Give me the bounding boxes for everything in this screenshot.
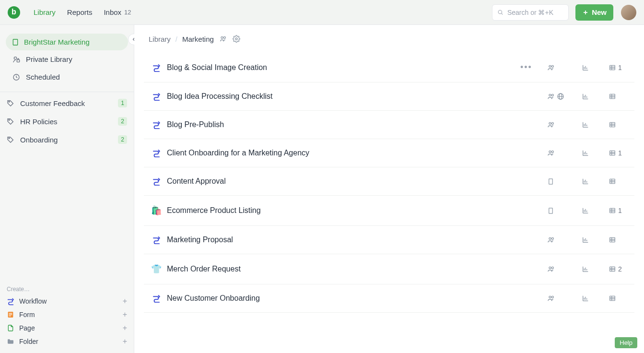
reports-slot[interactable] [582, 177, 596, 185]
form-icon [7, 311, 14, 318]
runs-slot[interactable] [609, 294, 631, 302]
svg-point-50 [551, 122, 553, 124]
group-icon[interactable] [547, 265, 555, 273]
reports-slot[interactable] [582, 207, 596, 214]
app-logo[interactable]: b [8, 6, 20, 19]
search-input[interactable] [507, 9, 563, 16]
row-trail [520, 294, 631, 302]
list-row[interactable]: 👕Merch Order Request2 [144, 254, 634, 284]
group-icon[interactable] [547, 236, 555, 244]
svg-rect-110 [610, 237, 615, 242]
reports-slot[interactable] [582, 93, 596, 100]
more-menu[interactable]: ••• [520, 62, 532, 72]
list-row[interactable]: Blog Idea Processing Checklist [144, 82, 634, 111]
runs-slot[interactable]: 1 [609, 64, 631, 71]
help-button[interactable]: Help [615, 337, 637, 348]
svg-line-1 [502, 13, 503, 14]
reports-slot[interactable] [582, 294, 596, 302]
bags-icon: 🛍️ [148, 205, 165, 216]
svg-rect-83 [610, 179, 615, 183]
create-item-label: Page [19, 324, 35, 332]
share-slot [547, 178, 569, 185]
svg-point-36 [551, 94, 553, 96]
runs-slot[interactable]: 1 [609, 149, 631, 157]
search-icon [497, 9, 503, 16]
sidebar-tag[interactable]: HR Policies2 [0, 112, 134, 130]
search-input-wrapper[interactable] [492, 4, 569, 21]
nav-inbox[interactable]: Inbox 12 [104, 8, 131, 16]
reports-slot[interactable] [582, 236, 596, 244]
org-pill[interactable]: BrightStar Marketing [6, 34, 128, 50]
svg-point-0 [498, 10, 502, 13]
reports-slot[interactable] [582, 149, 596, 157]
row-title: Marketing Proposal [165, 235, 520, 244]
sidebar-tag-count: 2 [118, 135, 127, 144]
list-row[interactable]: Blog Pre-Publish [144, 111, 634, 139]
reports-slot[interactable] [582, 265, 596, 273]
breadcrumb-root[interactable]: Library [149, 35, 171, 43]
sidebar-tag[interactable]: Onboarding2 [0, 130, 134, 149]
list-row[interactable]: Client Onboarding for a Marketing Agency… [144, 139, 634, 167]
sidebar-scheduled[interactable]: Scheduled [6, 68, 128, 86]
list-row[interactable]: Content Approval [144, 167, 634, 196]
svg-point-35 [549, 94, 551, 96]
plus-icon: + [123, 324, 127, 332]
list-row[interactable]: 🛍️Ecommerce Product Listing1 [144, 196, 634, 226]
avatar[interactable] [621, 5, 636, 20]
runs-slot[interactable] [609, 93, 631, 100]
workflow-list: Blog & Social Image Creation•••1Blog Ide… [134, 48, 644, 332]
share-slot [547, 265, 569, 273]
runs-slot[interactable] [609, 177, 631, 185]
svg-point-16 [9, 138, 10, 139]
sidebar-tag[interactable]: Customer Feedback1 [0, 94, 134, 112]
workflow-icon [148, 120, 165, 129]
nav-reports[interactable]: Reports [67, 8, 93, 16]
group-icon[interactable] [547, 93, 555, 100]
gear-icon[interactable] [232, 35, 241, 43]
reports-slot[interactable] [582, 64, 596, 71]
sidebar-private-library[interactable]: Private Library [6, 50, 128, 68]
reports-slot[interactable] [582, 121, 596, 129]
create-form[interactable]: Form+ [6, 308, 128, 321]
svg-rect-19 [9, 314, 12, 315]
group-icon[interactable] [547, 121, 555, 129]
svg-rect-99 [610, 208, 615, 212]
globe-icon[interactable] [557, 93, 564, 100]
runs-slot[interactable]: 1 [609, 207, 631, 214]
runs-slot[interactable] [609, 121, 631, 129]
svg-rect-71 [549, 178, 553, 184]
runs-slot[interactable]: 2 [609, 265, 631, 273]
row-title: Blog Idea Processing Checklist [165, 92, 520, 101]
tag-icon [7, 136, 14, 143]
share-slot [547, 294, 569, 302]
group-icon[interactable] [547, 294, 555, 302]
breadcrumb-current[interactable]: Marketing [182, 35, 214, 43]
row-trail [520, 93, 631, 100]
list-row[interactable]: New Customer Onboarding [144, 284, 634, 313]
list-row[interactable]: Marketing Proposal [144, 226, 634, 254]
private-library-label: Private Library [26, 55, 72, 63]
new-button[interactable]: New [575, 4, 613, 21]
create-workflow[interactable]: Workflow+ [6, 294, 128, 308]
nav-library[interactable]: Library [34, 8, 56, 16]
building-icon[interactable] [547, 207, 554, 214]
create-page[interactable]: Page+ [6, 321, 128, 335]
plus-icon: + [123, 297, 127, 306]
svg-rect-67 [610, 151, 615, 155]
building-icon[interactable] [547, 178, 554, 185]
group-icon[interactable] [547, 149, 555, 157]
list-row[interactable]: Blog & Social Image Creation•••1 [144, 53, 634, 82]
group-icon[interactable] [547, 64, 555, 71]
row-title: Ecommerce Product Listing [165, 206, 520, 215]
share-settings-icon[interactable] [219, 35, 227, 43]
sidebar-tags: Customer Feedback1HR Policies2Onboarding… [0, 94, 134, 149]
create-folder[interactable]: Folder+ [6, 335, 128, 348]
svg-point-103 [549, 237, 551, 239]
svg-point-60 [549, 151, 551, 153]
svg-point-21 [221, 36, 223, 38]
row-title: Blog & Social Image Creation [165, 63, 520, 72]
svg-point-25 [551, 65, 553, 67]
svg-rect-132 [610, 296, 615, 300]
runs-slot[interactable] [609, 236, 631, 244]
share-slot [547, 207, 569, 214]
